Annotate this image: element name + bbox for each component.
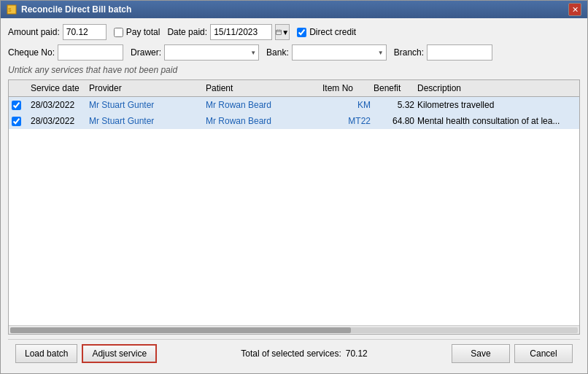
row2-service-date: 28/03/2022 <box>29 115 88 127</box>
branch-input[interactable] <box>427 44 492 61</box>
table-row: 28/03/2022 Mr Stuart Gunter Mr Rowan Bea… <box>9 97 579 113</box>
pay-total-group: Pay total <box>114 27 160 37</box>
right-buttons: Save Cancel <box>452 344 573 363</box>
cheque-no-input[interactable] <box>58 44 123 61</box>
row2-provider: Mr Stuart Gunter <box>88 115 204 127</box>
row2-patient: Mr Rowan Beard <box>204 115 321 127</box>
amount-paid-label: Amount paid: <box>8 27 60 37</box>
row1-provider: Mr Stuart Gunter <box>88 99 204 111</box>
scrollbar-track <box>10 327 578 333</box>
cheque-no-group: Cheque No: <box>8 44 123 61</box>
row2-description: Mental health consultation of at lea... <box>416 115 576 127</box>
table-body: 28/03/2022 Mr Stuart Gunter Mr Rowan Bea… <box>9 97 579 325</box>
close-button[interactable]: ✕ <box>568 3 581 16</box>
row1-item-no: KM <box>321 99 372 111</box>
second-row: Cheque No: Drawer: ▼ Bank: ▼ <box>8 44 580 61</box>
direct-credit-group: Direct credit <box>297 27 356 37</box>
bank-wrapper: ▼ <box>292 44 387 61</box>
row1-service-date: 28/03/2022 <box>29 99 88 111</box>
amount-paid-group: Amount paid: <box>8 24 107 40</box>
row1-patient: Mr Rowan Beard <box>204 99 321 111</box>
adjust-service-button[interactable]: Adjust service <box>82 344 157 363</box>
table-row: 28/03/2022 Mr Stuart Gunter Mr Rowan Bea… <box>9 113 579 129</box>
svg-rect-2 <box>276 30 282 34</box>
cancel-button[interactable]: Cancel <box>514 344 573 363</box>
row1-description: Kilometres travelled <box>416 99 576 111</box>
date-paid-group: Date paid: ▼ <box>167 24 290 40</box>
amount-paid-input[interactable] <box>63 24 107 40</box>
bank-group: Bank: ▼ <box>266 44 387 61</box>
svg-text:$: $ <box>8 7 12 13</box>
row1-checkbox[interactable] <box>12 101 21 110</box>
col-service-date: Service date <box>29 82 88 94</box>
col-description: Description <box>416 82 576 94</box>
bank-label: Bank: <box>266 47 289 58</box>
window-icon: $ <box>7 4 17 15</box>
branch-group: Branch: <box>394 44 492 61</box>
instruction-text: Untick any services that have not been p… <box>8 65 580 75</box>
content-area: Amount paid: Pay total Date paid: ▼ <box>1 18 587 373</box>
pay-total-label: Pay total <box>126 27 160 37</box>
bottom-bar: Load batch Adjust service Total of selec… <box>8 339 580 367</box>
col-item-no: Item No <box>321 82 372 94</box>
table-header-check <box>12 82 29 94</box>
pay-total-checkbox[interactable] <box>114 28 123 37</box>
col-patient: Patient <box>204 82 321 94</box>
scrollbar-thumb <box>10 327 351 333</box>
drawer-select[interactable] <box>164 44 259 61</box>
save-button[interactable]: Save <box>452 344 510 363</box>
table-header: Service date Provider Patient Item No Be… <box>9 80 579 97</box>
col-benefit: Benefit <box>372 82 416 94</box>
bank-select[interactable] <box>292 44 387 61</box>
top-row: Amount paid: Pay total Date paid: ▼ <box>8 24 580 40</box>
title-bar-left: $ Reconcile Direct Bill batch <box>7 4 131 15</box>
total-label: Total of selected services: <box>241 348 341 359</box>
row2-item-no: MT22 <box>321 115 372 127</box>
row2-checkbox-cell[interactable] <box>12 117 29 126</box>
horizontal-scrollbar[interactable] <box>9 325 579 334</box>
cheque-no-label: Cheque No: <box>8 47 55 58</box>
col-provider: Provider <box>88 82 204 94</box>
date-paid-label: Date paid: <box>167 27 207 37</box>
row1-checkbox-cell[interactable] <box>12 101 29 110</box>
title-bar: $ Reconcile Direct Bill batch ✕ <box>1 1 587 18</box>
total-value: 70.12 <box>346 348 368 359</box>
branch-label: Branch: <box>394 47 424 58</box>
row1-benefit: 5.32 <box>372 99 416 111</box>
direct-credit-label: Direct credit <box>309 27 356 37</box>
row2-benefit: 64.80 <box>372 115 416 127</box>
drawer-group: Drawer: ▼ <box>131 44 259 61</box>
date-picker-button[interactable]: ▼ <box>275 24 290 40</box>
services-table: Service date Provider Patient Item No Be… <box>8 79 580 335</box>
total-section: Total of selected services: 70.12 <box>161 348 447 359</box>
reconcile-window: $ Reconcile Direct Bill batch ✕ Amount p… <box>0 0 588 374</box>
date-paid-input[interactable] <box>210 24 272 40</box>
drawer-label: Drawer: <box>131 47 161 58</box>
direct-credit-checkbox[interactable] <box>297 28 306 37</box>
calendar-icon <box>276 28 282 36</box>
drawer-wrapper: ▼ <box>164 44 259 61</box>
load-batch-button[interactable]: Load batch <box>15 344 77 363</box>
window-title: Reconcile Direct Bill batch <box>21 4 131 15</box>
row2-checkbox[interactable] <box>12 117 21 126</box>
